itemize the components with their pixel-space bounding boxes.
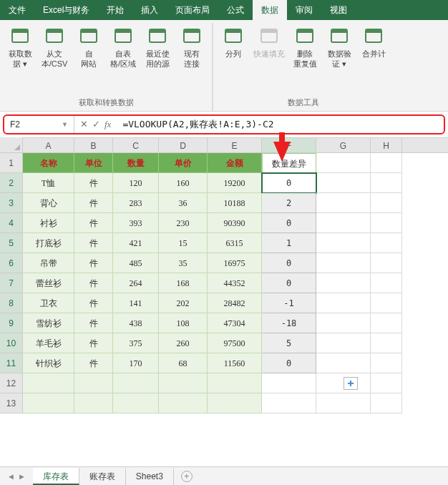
- column-header[interactable]: E: [208, 138, 262, 152]
- cell[interactable]: 47304: [208, 313, 262, 333]
- cell[interactable]: 针织衫: [23, 353, 74, 373]
- cell[interactable]: [371, 293, 402, 313]
- column-header[interactable]: H: [371, 138, 402, 152]
- ribbon-button[interactable]: 从文 本/CSV: [39, 23, 70, 71]
- tab-nav-prev-icon[interactable]: ►: [18, 472, 26, 481]
- cell[interactable]: 19200: [208, 173, 262, 193]
- row-header[interactable]: 9: [0, 313, 23, 333]
- sheet-tab[interactable]: Sheet3: [126, 468, 174, 485]
- cell[interactable]: 0: [262, 213, 316, 233]
- cell[interactable]: [371, 153, 402, 173]
- cell[interactable]: 衬衫: [23, 213, 74, 233]
- cell[interactable]: [262, 373, 316, 393]
- cell[interactable]: 108: [159, 313, 208, 333]
- menu-item[interactable]: Excel与财务: [34, 0, 98, 20]
- cell[interactable]: [371, 313, 402, 333]
- cell[interactable]: [316, 233, 371, 253]
- cell[interactable]: [371, 393, 402, 413]
- cell[interactable]: 393: [113, 213, 159, 233]
- confirm-icon[interactable]: ✓: [92, 119, 100, 130]
- column-header[interactable]: B: [74, 138, 113, 152]
- ribbon-button[interactable]: 自表 格/区域: [107, 23, 139, 71]
- cell[interactable]: 件: [74, 193, 113, 213]
- menu-item[interactable]: 审阅: [287, 0, 321, 20]
- row-header[interactable]: 4: [0, 213, 23, 233]
- cell[interactable]: 6315: [208, 233, 262, 253]
- sheet-tab[interactable]: 库存表: [33, 468, 79, 485]
- cell[interactable]: 蕾丝衫: [23, 273, 74, 293]
- cell[interactable]: 264: [113, 273, 159, 293]
- cell[interactable]: 97500: [208, 333, 262, 353]
- cell[interactable]: [371, 213, 402, 233]
- row-header[interactable]: 10: [0, 333, 23, 353]
- cell[interactable]: 485: [113, 253, 159, 273]
- column-header[interactable]: D: [159, 138, 208, 152]
- row-header[interactable]: 11: [0, 353, 23, 373]
- ribbon-button[interactable]: 数据验 证 ▾: [323, 23, 355, 71]
- cell[interactable]: 2: [262, 193, 316, 213]
- cell[interactable]: [23, 373, 74, 393]
- menu-item[interactable]: 视图: [321, 0, 356, 20]
- row-header[interactable]: 13: [0, 393, 23, 413]
- cell[interactable]: 0: [262, 353, 316, 373]
- cell[interactable]: 28482: [208, 293, 262, 313]
- cell[interactable]: 68: [159, 353, 208, 373]
- cell[interactable]: 438: [113, 313, 159, 333]
- row-header[interactable]: 5: [0, 233, 23, 253]
- tab-nav-first-icon[interactable]: ◄: [7, 472, 15, 481]
- table-header-cell[interactable]: 数量: [113, 153, 159, 173]
- cell[interactable]: [371, 353, 402, 373]
- menu-item[interactable]: 文件: [0, 0, 34, 20]
- cell[interactable]: 件: [74, 333, 113, 353]
- cell[interactable]: 141: [113, 293, 159, 313]
- cell[interactable]: [316, 153, 371, 173]
- row-header[interactable]: 8: [0, 293, 23, 313]
- column-header[interactable]: C: [113, 138, 159, 152]
- row-header[interactable]: 2: [0, 173, 23, 193]
- cell[interactable]: [371, 193, 402, 213]
- cell[interactable]: 0: [262, 273, 316, 293]
- table-header-cell[interactable]: 单价: [159, 153, 208, 173]
- select-all-corner[interactable]: [0, 137, 23, 153]
- cell[interactable]: [316, 273, 371, 293]
- cell[interactable]: [74, 373, 113, 393]
- cell[interactable]: 421: [113, 233, 159, 253]
- cell[interactable]: [159, 373, 208, 393]
- cell[interactable]: 35: [159, 253, 208, 273]
- cell[interactable]: [316, 393, 371, 413]
- cell[interactable]: 120: [113, 173, 159, 193]
- cell[interactable]: 11560: [208, 353, 262, 373]
- cell[interactable]: [371, 373, 402, 393]
- add-sheet-button[interactable]: +: [174, 471, 200, 482]
- cell[interactable]: 件: [74, 273, 113, 293]
- autofill-options-icon[interactable]: [344, 377, 358, 390]
- cell[interactable]: [262, 393, 316, 413]
- menu-item[interactable]: 数据: [253, 0, 287, 20]
- cell[interactable]: [159, 393, 208, 413]
- cell[interactable]: [316, 253, 371, 273]
- menu-item[interactable]: 页面布局: [167, 0, 218, 20]
- cell[interactable]: [74, 393, 113, 413]
- cell[interactable]: 168: [159, 273, 208, 293]
- cell[interactable]: [371, 333, 402, 353]
- cell[interactable]: 件: [74, 253, 113, 273]
- cell[interactable]: [23, 393, 74, 413]
- cell[interactable]: 0: [262, 253, 316, 273]
- cell[interactable]: 0: [262, 173, 316, 193]
- cell[interactable]: 1: [262, 233, 316, 253]
- cell[interactable]: 件: [74, 353, 113, 373]
- cell[interactable]: [316, 293, 371, 313]
- cell[interactable]: 170: [113, 353, 159, 373]
- cell[interactable]: [208, 373, 262, 393]
- cell[interactable]: [316, 173, 371, 193]
- table-header-cell[interactable]: 金额: [208, 153, 262, 173]
- menu-item[interactable]: 公式: [218, 0, 253, 20]
- cell[interactable]: 160: [159, 173, 208, 193]
- cell[interactable]: 15: [159, 233, 208, 253]
- cell[interactable]: 36: [159, 193, 208, 213]
- cell[interactable]: [316, 193, 371, 213]
- cell[interactable]: [208, 393, 262, 413]
- cell[interactable]: [316, 213, 371, 233]
- table-header-cell[interactable]: 名称: [23, 153, 74, 173]
- row-header[interactable]: 7: [0, 273, 23, 293]
